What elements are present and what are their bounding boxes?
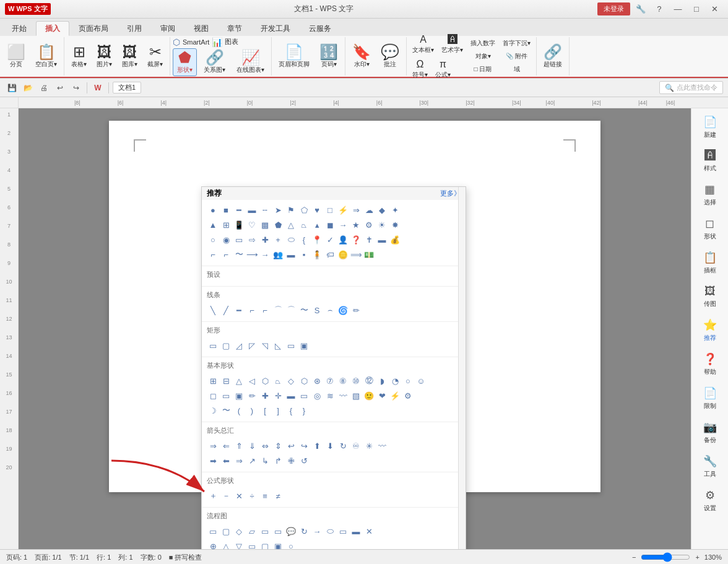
- basic-rect-cut2[interactable]: ▭: [220, 389, 232, 402]
- basic-gear[interactable]: ⚙: [402, 389, 414, 402]
- btn-shape[interactable]: ⬟ 形状▾: [173, 48, 197, 76]
- shape-rect7[interactable]: ▪: [298, 248, 310, 261]
- btn-symbol[interactable]: Ω 符号▾: [409, 57, 431, 81]
- tab-cloud[interactable]: 云服务: [300, 21, 340, 36]
- arrow-rotate[interactable]: ↺: [298, 454, 310, 467]
- shape-sun[interactable]: ☀: [376, 219, 388, 231]
- basic-brace3[interactable]: }: [298, 404, 310, 417]
- chart-label[interactable]: 图表: [225, 37, 238, 46]
- shape-person2[interactable]: 🧍: [311, 248, 323, 261]
- shape-ellipse[interactable]: ⬭: [285, 233, 297, 246]
- line-straight[interactable]: ╲: [207, 304, 219, 316]
- btn-textbox[interactable]: A 文本框▾: [409, 32, 437, 56]
- btn-hyperlink[interactable]: 🔗 超链接: [539, 43, 566, 71]
- line-wave2[interactable]: ⌒: [285, 304, 297, 316]
- rect-snip2[interactable]: ◸: [246, 339, 258, 352]
- dropdown-scrollbar[interactable]: [458, 187, 466, 549]
- btn-blank-page[interactable]: 📋 空白页▾: [31, 43, 61, 71]
- flow-plus2[interactable]: ⊕: [207, 540, 219, 549]
- status-spell-check[interactable]: ■ 拼写检查: [169, 553, 202, 562]
- tab-view[interactable]: 视图: [184, 21, 218, 36]
- smartart-label[interactable]: SmartArt: [183, 38, 209, 46]
- btn-dropcap[interactable]: 首字下沉▾: [500, 37, 534, 50]
- flow-x[interactable]: ✕: [363, 525, 375, 537]
- rect-snip4[interactable]: ◺: [272, 339, 284, 352]
- shape-bracket[interactable]: ⌐: [220, 248, 232, 261]
- shape-arrow3[interactable]: →: [337, 219, 349, 231]
- zoom-slider[interactable]: [641, 552, 690, 562]
- close-button[interactable]: ✕: [707, 3, 723, 15]
- shape-phone[interactable]: 📱: [233, 219, 245, 231]
- formula-plus[interactable]: ＋: [207, 490, 219, 502]
- rect-rounded3[interactable]: ▣: [298, 339, 310, 352]
- shape-plus[interactable]: +: [272, 233, 284, 246]
- arrow-circle[interactable]: ↻: [337, 440, 349, 452]
- shape-arrow-right[interactable]: ➤: [272, 204, 284, 216]
- basic-cross2[interactable]: ✛: [272, 389, 284, 402]
- basic-grid[interactable]: ⊟: [220, 375, 232, 387]
- btn-comment[interactable]: 💬 批注: [376, 43, 404, 71]
- flow-rect8[interactable]: ▣: [272, 540, 284, 549]
- flow-rect3[interactable]: ▭: [272, 525, 284, 537]
- sidebar-shape[interactable]: ◻ 形状: [693, 212, 727, 245]
- arrow-thick-l[interactable]: ⬅: [220, 454, 232, 467]
- sidebar-new[interactable]: 📄 新建: [693, 111, 727, 144]
- shape-burst[interactable]: ✸: [389, 219, 401, 231]
- shape-person[interactable]: 👤: [337, 233, 349, 246]
- formula-minus[interactable]: －: [220, 490, 232, 502]
- arrow-ud[interactable]: ⇕: [272, 440, 284, 452]
- shape-rect4[interactable]: ▭: [233, 233, 245, 246]
- toolbar-print-btn[interactable]: 🖨: [37, 81, 51, 95]
- arrow-wave[interactable]: 〰: [376, 440, 388, 452]
- basic-rect-cut3[interactable]: ▣: [233, 389, 245, 402]
- basic-arc[interactable]: ◔: [389, 375, 401, 387]
- line-s[interactable]: S: [311, 304, 323, 316]
- btn-date[interactable]: □ 日期: [467, 63, 498, 76]
- flow-circle[interactable]: ○: [285, 540, 297, 549]
- sidebar-restrict[interactable]: 📄 限制: [693, 382, 727, 415]
- line-bend1[interactable]: ⌐: [246, 304, 258, 316]
- shape-triangle[interactable]: ▲: [207, 219, 219, 231]
- tab-developer[interactable]: 开发工具: [251, 21, 300, 36]
- arrow-loop[interactable]: ♾: [350, 440, 362, 452]
- flow-tri2[interactable]: ▽: [233, 540, 245, 549]
- flow-arrow[interactable]: →: [311, 525, 323, 537]
- rect-rounded[interactable]: ▢: [220, 339, 232, 352]
- shape-rect-filled2[interactable]: ◼: [324, 219, 336, 231]
- shape-cornerbracket[interactable]: ⌐: [207, 248, 219, 261]
- toolbar-wps-btn[interactable]: W: [91, 81, 105, 95]
- btn-object[interactable]: 对象▾: [467, 50, 498, 63]
- login-button[interactable]: 未登录: [597, 2, 630, 15]
- shape-star5[interactable]: ★: [350, 219, 362, 231]
- btn-header-footer[interactable]: 📄 页眉和页脚: [274, 43, 314, 71]
- arrow-l[interactable]: ⇐: [220, 440, 232, 452]
- sidebar-upload-image[interactable]: 🖼 传图: [693, 280, 727, 313]
- basic-table[interactable]: ⊞: [207, 375, 219, 387]
- line-backslash[interactable]: ╱: [220, 304, 232, 316]
- shape-pentagon[interactable]: ⬠: [298, 204, 310, 216]
- arrow-u2[interactable]: ⬆: [311, 440, 323, 452]
- basic-wave2[interactable]: 〰: [337, 389, 349, 402]
- flow-rect[interactable]: ▭: [207, 525, 219, 537]
- arrow-bend[interactable]: ↩: [285, 440, 297, 452]
- shape-cross2[interactable]: ✝: [363, 233, 375, 246]
- basic-pencil[interactable]: ✏: [246, 389, 258, 402]
- btn-table[interactable]: ⊞ 表格▾: [67, 43, 91, 71]
- arrow-step2[interactable]: ↱: [272, 454, 284, 467]
- formula-times[interactable]: ✕: [233, 490, 245, 502]
- basic-wave[interactable]: ≋: [324, 389, 336, 402]
- btn-insert-number[interactable]: 插入数字: [467, 37, 498, 50]
- minimize-button[interactable]: —: [670, 3, 686, 15]
- basic-rect-cut[interactable]: ◻: [207, 389, 219, 402]
- shape-lightning[interactable]: ⚡: [337, 204, 349, 216]
- btn-wordart[interactable]: 🅰 艺术字▾: [438, 32, 466, 56]
- shape-circle-filled[interactable]: ●: [207, 204, 219, 216]
- toolbar-open-btn[interactable]: 📂: [21, 81, 35, 95]
- basic-rtriangle[interactable]: ◁: [246, 375, 258, 387]
- flow-rect5[interactable]: ▬: [350, 525, 362, 537]
- shape-arrow-dbl[interactable]: ⇒: [350, 204, 362, 216]
- basic-num7[interactable]: ⑦: [324, 375, 336, 387]
- shape-heart2[interactable]: ♡: [246, 219, 258, 231]
- toolbar-undo-btn[interactable]: ↩: [53, 81, 67, 95]
- zoom-out-btn[interactable]: −: [632, 553, 636, 561]
